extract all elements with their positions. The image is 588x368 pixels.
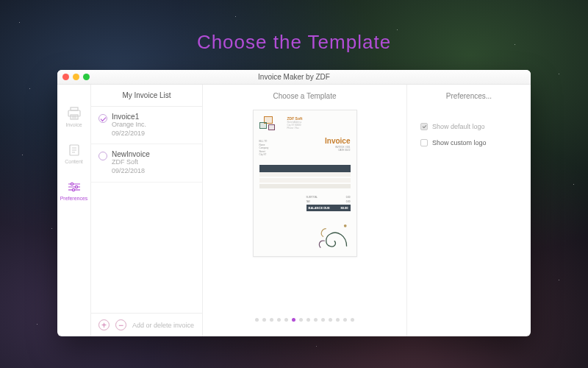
pager-dot[interactable] xyxy=(284,318,288,322)
template-logo-icon xyxy=(259,116,282,132)
invoice-list-item[interactable]: NewInvoice ZDF Soft 09/22/2018 xyxy=(91,144,202,182)
pager-dot[interactable] xyxy=(306,318,310,322)
delete-invoice-button[interactable]: − xyxy=(115,319,126,330)
minimize-icon[interactable] xyxy=(73,74,79,80)
document-icon xyxy=(67,144,82,157)
pager-dot[interactable] xyxy=(262,318,266,322)
pager-dot[interactable] xyxy=(314,318,318,322)
close-icon[interactable] xyxy=(62,74,69,80)
svg-rect-0 xyxy=(71,107,78,110)
preferences-heading: Preferences... xyxy=(407,85,531,107)
template-heading: Choose a Template xyxy=(273,85,337,107)
pref-label: Show custom logo xyxy=(432,139,487,146)
swirl-icon xyxy=(312,215,354,253)
checkbox-icon[interactable] xyxy=(420,139,428,146)
app-window: Invoice Maker by ZDF Invoice xyxy=(57,70,531,336)
invoice-list-item[interactable]: Invoice1 Orange Inc. 09/22/2019 xyxy=(91,107,202,144)
pager-dot[interactable] xyxy=(270,318,273,322)
footer-label: Add or delete invoice xyxy=(132,322,194,329)
sliders-icon xyxy=(67,180,82,194)
invoice-title: Invoice1 xyxy=(112,113,146,121)
svg-point-14 xyxy=(72,188,74,191)
svg-point-12 xyxy=(75,185,77,188)
window-title: Invoice Maker by ZDF xyxy=(57,73,531,81)
template-preview[interactable]: ZDF Soft Street AddressCity ST 00000Phon… xyxy=(253,110,357,257)
rail-label: Invoice xyxy=(65,122,82,127)
invoice-date: 09/22/2019 xyxy=(112,130,146,138)
pager-dot[interactable] xyxy=(321,318,325,322)
svg-point-15 xyxy=(343,224,346,227)
pref-label: Show default logo xyxy=(432,123,485,130)
pager-dot[interactable] xyxy=(329,318,332,322)
preferences-panel: Preferences... Show default logo Show cu… xyxy=(407,85,531,336)
check-icon xyxy=(98,114,107,123)
svg-point-10 xyxy=(71,183,73,185)
pager-dot[interactable] xyxy=(351,318,354,322)
nav-rail: Invoice Content xyxy=(57,85,91,336)
pager-dot[interactable] xyxy=(336,318,340,322)
invoice-list-footer: + − Add or delete invoice xyxy=(91,313,202,336)
pref-show-default-logo[interactable]: Show default logo xyxy=(407,118,531,135)
pref-show-custom-logo[interactable]: Show custom logo xyxy=(407,135,531,151)
hero-title: Choose the Template xyxy=(0,31,588,54)
pager-dot[interactable] xyxy=(343,318,347,322)
invoice-date: 09/22/2018 xyxy=(112,167,150,176)
zoom-icon[interactable] xyxy=(83,74,90,80)
check-icon xyxy=(98,152,107,160)
add-invoice-button[interactable]: + xyxy=(98,319,110,330)
printer-icon xyxy=(67,107,82,120)
rail-label: Content xyxy=(65,159,83,164)
template-pager xyxy=(255,318,354,322)
titlebar[interactable]: Invoice Maker by ZDF xyxy=(57,70,531,85)
pager-dot[interactable] xyxy=(255,318,259,322)
template-panel: Choose a Template ZDF Soft Street Addres… xyxy=(203,85,407,336)
invoice-client: ZDF Soft xyxy=(112,158,150,167)
rail-item-preferences[interactable]: Preferences xyxy=(60,180,88,201)
checkbox-icon[interactable] xyxy=(420,123,428,130)
invoice-client: Orange Inc. xyxy=(112,121,146,130)
rail-item-invoice[interactable]: Invoice xyxy=(65,107,82,127)
rail-label: Preferences xyxy=(60,196,88,201)
invoice-list-heading: My Invoice List xyxy=(91,85,202,107)
invoice-title: NewInvoice xyxy=(112,150,150,158)
rail-item-content[interactable]: Content xyxy=(65,144,83,164)
svg-rect-2 xyxy=(71,115,78,119)
preview-invoice-word: Invoice xyxy=(325,137,350,145)
pager-dot[interactable] xyxy=(299,318,303,322)
pager-dot[interactable] xyxy=(277,318,281,322)
invoice-list-panel: My Invoice List Invoice1 Orange Inc. 09/… xyxy=(91,85,203,336)
pager-dot[interactable] xyxy=(292,318,295,322)
